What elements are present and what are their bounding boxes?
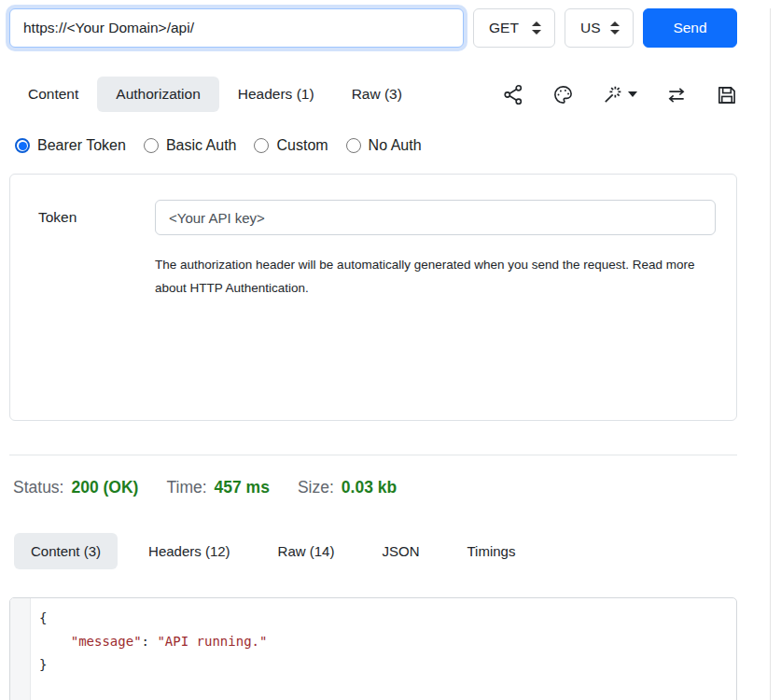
resp-tab-json[interactable]: JSON bbox=[365, 533, 436, 569]
radio-label: Basic Auth bbox=[166, 137, 237, 154]
dropdown-caret-icon bbox=[628, 91, 637, 97]
auth-help-text: The authorization header will be automat… bbox=[155, 253, 704, 300]
status-value: 200 (OK) bbox=[71, 478, 138, 497]
code-value: "API running." bbox=[157, 634, 267, 649]
resp-tab-timings[interactable]: Timings bbox=[450, 533, 532, 569]
token-input[interactable] bbox=[155, 200, 716, 235]
radio-unchecked-icon bbox=[346, 138, 361, 153]
resp-tab-headers[interactable]: Headers (12) bbox=[132, 533, 247, 569]
radio-bearer-token[interactable]: Bearer Token bbox=[15, 137, 126, 154]
token-field-row: Token bbox=[38, 200, 716, 235]
response-body-editor[interactable]: { "message": "API running." } bbox=[9, 597, 737, 700]
save-floppy-icon[interactable] bbox=[716, 84, 737, 105]
time-value: 457 ms bbox=[215, 478, 270, 497]
request-toolbar bbox=[503, 84, 737, 105]
share-nodes-icon[interactable] bbox=[503, 84, 524, 105]
select-updown-icon bbox=[530, 21, 543, 35]
send-button[interactable]: Send bbox=[643, 8, 737, 48]
bearer-token-panel: Token The authorization header will be a… bbox=[9, 174, 737, 421]
tab-raw[interactable]: Raw (3) bbox=[333, 77, 421, 112]
radio-unchecked-icon bbox=[254, 138, 269, 153]
response-json-code: { "message": "API running." } bbox=[31, 598, 736, 700]
section-divider bbox=[9, 455, 737, 455]
radio-custom[interactable]: Custom bbox=[254, 137, 328, 154]
editor-gutter bbox=[10, 598, 31, 700]
radio-label: Bearer Token bbox=[37, 137, 126, 154]
time-pair: Time: 457 ms bbox=[166, 478, 269, 497]
token-field-label: Token bbox=[38, 209, 155, 226]
resp-tab-raw[interactable]: Raw (14) bbox=[261, 533, 352, 569]
radio-basic-auth[interactable]: Basic Auth bbox=[144, 137, 237, 154]
tab-authorization[interactable]: Authorization bbox=[97, 77, 218, 112]
swap-arrows-icon[interactable] bbox=[665, 84, 688, 105]
size-value: 0.03 kb bbox=[342, 478, 397, 497]
size-pair: Size: 0.03 kb bbox=[298, 478, 397, 497]
code-brace-open: { bbox=[39, 610, 47, 625]
region-select[interactable]: US bbox=[565, 8, 634, 48]
api-client-page: GET US Send Content Authorization Header… bbox=[0, 8, 781, 700]
select-updown-icon bbox=[608, 21, 621, 35]
radio-no-auth[interactable]: No Auth bbox=[346, 137, 422, 154]
radio-checked-icon bbox=[15, 138, 30, 153]
time-label: Time: bbox=[166, 478, 206, 497]
response-tabs-row: Content (3) Headers (12) Raw (14) JSON T… bbox=[14, 533, 737, 569]
size-label: Size: bbox=[298, 478, 334, 497]
request-tabs-row: Content Authorization Headers (1) Raw (3… bbox=[9, 77, 737, 112]
request-bar: GET US Send bbox=[9, 8, 737, 48]
region-select-value: US bbox=[580, 20, 601, 36]
status-pair: Status: 200 (OK) bbox=[13, 478, 138, 497]
code-indent bbox=[39, 634, 71, 649]
palette-icon[interactable] bbox=[552, 84, 574, 105]
tab-headers[interactable]: Headers (1) bbox=[219, 77, 333, 112]
code-colon: : bbox=[142, 634, 158, 649]
radio-label: Custom bbox=[276, 137, 328, 154]
method-select[interactable]: GET bbox=[473, 8, 555, 48]
tab-content[interactable]: Content bbox=[9, 77, 97, 112]
response-status-row: Status: 200 (OK) Time: 457 ms Size: 0.03… bbox=[13, 478, 781, 497]
auth-type-options: Bearer Token Basic Auth Custom No Auth bbox=[15, 137, 781, 154]
url-input[interactable] bbox=[9, 8, 464, 48]
code-brace-close: } bbox=[39, 657, 47, 672]
code-key: "message" bbox=[71, 634, 142, 649]
scrollbar-track[interactable] bbox=[770, 8, 781, 700]
method-select-value: GET bbox=[489, 20, 519, 36]
radio-unchecked-icon bbox=[144, 138, 159, 153]
magic-wand-dropdown-icon[interactable] bbox=[602, 84, 637, 105]
resp-tab-content[interactable]: Content (3) bbox=[14, 533, 118, 569]
radio-label: No Auth bbox=[369, 137, 422, 154]
status-label: Status: bbox=[13, 478, 63, 497]
